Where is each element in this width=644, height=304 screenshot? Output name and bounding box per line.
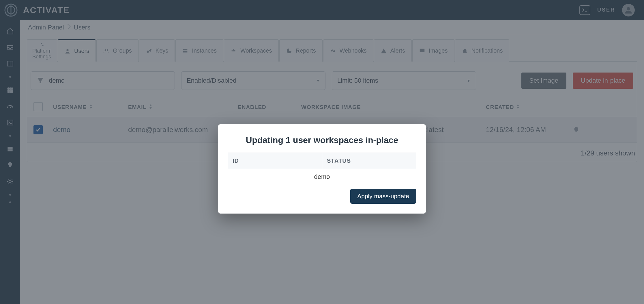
modal-overlay[interactable]: Updating 1 user workspaces in-place ID S… [0,0,644,304]
modal-title: Updating 1 user workspaces in-place [228,135,416,145]
modal-row-id: demo [228,169,416,185]
apply-mass-update-button[interactable]: Apply mass-update [350,189,416,204]
modal-table-header: ID STATUS [228,153,416,169]
update-modal: Updating 1 user workspaces in-place ID S… [218,124,426,214]
modal-col-status: STATUS [322,153,416,169]
modal-col-id: ID [228,153,322,169]
modal-table: ID STATUS demo [228,153,416,185]
